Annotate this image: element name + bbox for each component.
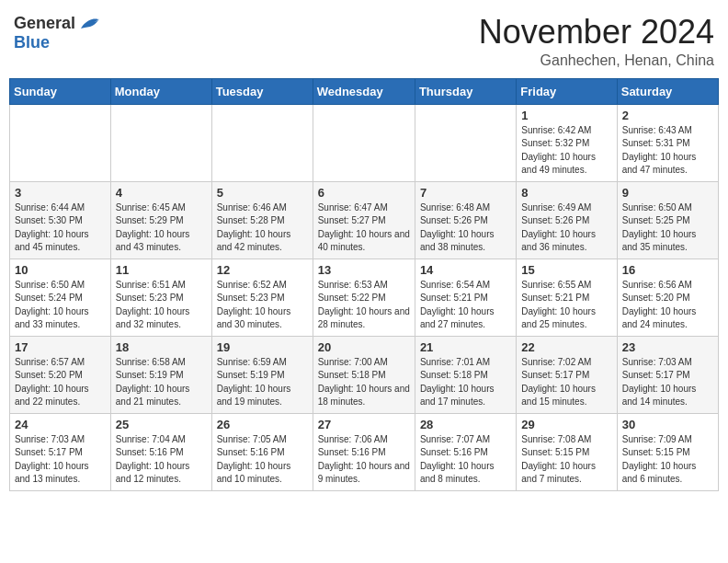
- weekday-header-monday: Monday: [110, 78, 211, 104]
- day-info: Sunrise: 6:46 AMSunset: 5:28 PMDaylight:…: [217, 201, 308, 255]
- calendar-cell: 20Sunrise: 7:00 AMSunset: 5:18 PMDayligh…: [313, 336, 415, 413]
- calendar-cell: [10, 104, 111, 181]
- calendar-cell: 21Sunrise: 7:01 AMSunset: 5:18 PMDayligh…: [415, 336, 516, 413]
- month-title: November 2024: [479, 14, 714, 51]
- day-number: 23: [622, 340, 713, 354]
- calendar-cell: 16Sunrise: 6:56 AMSunset: 5:20 PMDayligh…: [617, 259, 718, 336]
- logo: General Blue: [14, 14, 99, 52]
- day-info: Sunrise: 6:50 AMSunset: 5:24 PMDaylight:…: [15, 279, 106, 332]
- weekday-header-friday: Friday: [517, 78, 617, 104]
- day-number: 2: [622, 109, 713, 122]
- calendar-cell: [313, 104, 415, 181]
- day-info: Sunrise: 7:06 AMSunset: 5:16 PMDaylight:…: [318, 433, 410, 487]
- day-info: Sunrise: 7:09 AMSunset: 5:15 PMDaylight:…: [622, 433, 713, 487]
- day-number: 17: [15, 340, 106, 354]
- day-number: 13: [318, 263, 410, 277]
- calendar-cell: 25Sunrise: 7:04 AMSunset: 5:16 PMDayligh…: [110, 413, 211, 490]
- calendar-cell: 22Sunrise: 7:02 AMSunset: 5:17 PMDayligh…: [517, 336, 617, 413]
- calendar-week-row: 1Sunrise: 6:42 AMSunset: 5:32 PMDaylight…: [10, 104, 719, 181]
- calendar-table: SundayMondayTuesdayWednesdayThursdayFrid…: [9, 78, 719, 491]
- calendar-cell: 9Sunrise: 6:50 AMSunset: 5:25 PMDaylight…: [617, 181, 718, 259]
- calendar-cell: 14Sunrise: 6:54 AMSunset: 5:21 PMDayligh…: [415, 259, 516, 336]
- location-subtitle: Ganhechen, Henan, China: [479, 52, 714, 69]
- calendar-week-row: 10Sunrise: 6:50 AMSunset: 5:24 PMDayligh…: [10, 259, 719, 336]
- calendar-cell: [415, 104, 516, 181]
- calendar-cell: 29Sunrise: 7:08 AMSunset: 5:15 PMDayligh…: [517, 413, 617, 490]
- day-number: 22: [521, 340, 611, 354]
- day-info: Sunrise: 6:53 AMSunset: 5:22 PMDaylight:…: [318, 279, 410, 332]
- day-number: 12: [217, 263, 308, 277]
- day-number: 19: [217, 340, 308, 354]
- calendar-cell: 1Sunrise: 6:42 AMSunset: 5:32 PMDaylight…: [517, 104, 617, 181]
- calendar-cell: 26Sunrise: 7:05 AMSunset: 5:16 PMDayligh…: [211, 413, 313, 490]
- day-info: Sunrise: 7:01 AMSunset: 5:18 PMDaylight:…: [420, 356, 511, 409]
- day-number: 15: [521, 263, 611, 277]
- calendar-cell: 3Sunrise: 6:44 AMSunset: 5:30 PMDaylight…: [10, 181, 111, 259]
- calendar-cell: 10Sunrise: 6:50 AMSunset: 5:24 PMDayligh…: [10, 259, 111, 336]
- weekday-header-tuesday: Tuesday: [211, 78, 313, 104]
- day-number: 1: [521, 109, 611, 122]
- day-number: 8: [521, 186, 611, 200]
- day-number: 21: [420, 340, 511, 354]
- weekday-header-thursday: Thursday: [415, 78, 516, 104]
- calendar-cell: 28Sunrise: 7:07 AMSunset: 5:16 PMDayligh…: [415, 413, 516, 490]
- calendar-cell: 24Sunrise: 7:03 AMSunset: 5:17 PMDayligh…: [10, 413, 111, 490]
- day-info: Sunrise: 6:43 AMSunset: 5:31 PMDaylight:…: [622, 124, 713, 178]
- weekday-header-wednesday: Wednesday: [313, 78, 415, 104]
- day-info: Sunrise: 7:07 AMSunset: 5:16 PMDaylight:…: [420, 433, 511, 487]
- day-number: 9: [622, 186, 713, 200]
- day-info: Sunrise: 6:50 AMSunset: 5:25 PMDaylight:…: [622, 201, 713, 255]
- calendar-cell: 27Sunrise: 7:06 AMSunset: 5:16 PMDayligh…: [313, 413, 415, 490]
- weekday-header-row: SundayMondayTuesdayWednesdayThursdayFrid…: [10, 78, 719, 104]
- day-number: 11: [116, 263, 207, 277]
- day-number: 3: [15, 186, 106, 200]
- day-info: Sunrise: 6:54 AMSunset: 5:21 PMDaylight:…: [420, 279, 511, 332]
- day-info: Sunrise: 7:05 AMSunset: 5:16 PMDaylight:…: [217, 433, 308, 487]
- day-info: Sunrise: 6:57 AMSunset: 5:20 PMDaylight:…: [15, 356, 106, 409]
- calendar-cell: 6Sunrise: 6:47 AMSunset: 5:27 PMDaylight…: [313, 181, 415, 259]
- day-info: Sunrise: 6:55 AMSunset: 5:21 PMDaylight:…: [521, 279, 611, 332]
- day-info: Sunrise: 7:03 AMSunset: 5:17 PMDaylight:…: [15, 433, 106, 487]
- day-number: 27: [318, 418, 410, 431]
- calendar-cell: 4Sunrise: 6:45 AMSunset: 5:29 PMDaylight…: [110, 181, 211, 259]
- calendar-cell: 2Sunrise: 6:43 AMSunset: 5:31 PMDaylight…: [617, 104, 718, 181]
- calendar-cell: 8Sunrise: 6:49 AMSunset: 5:26 PMDaylight…: [517, 181, 617, 259]
- calendar-cell: 30Sunrise: 7:09 AMSunset: 5:15 PMDayligh…: [617, 413, 718, 490]
- day-number: 29: [521, 418, 611, 431]
- calendar-cell: 23Sunrise: 7:03 AMSunset: 5:17 PMDayligh…: [617, 336, 718, 413]
- day-number: 16: [622, 263, 713, 277]
- calendar-week-row: 3Sunrise: 6:44 AMSunset: 5:30 PMDaylight…: [10, 181, 719, 259]
- weekday-header-sunday: Sunday: [10, 78, 111, 104]
- day-info: Sunrise: 6:49 AMSunset: 5:26 PMDaylight:…: [521, 201, 611, 255]
- day-info: Sunrise: 6:48 AMSunset: 5:26 PMDaylight:…: [420, 201, 511, 255]
- logo-bird-icon: [79, 16, 99, 32]
- day-number: 4: [116, 186, 207, 200]
- day-info: Sunrise: 7:03 AMSunset: 5:17 PMDaylight:…: [622, 356, 713, 409]
- day-info: Sunrise: 6:47 AMSunset: 5:27 PMDaylight:…: [318, 201, 410, 255]
- logo-general-text: General: [14, 14, 75, 33]
- day-info: Sunrise: 7:04 AMSunset: 5:16 PMDaylight:…: [116, 433, 207, 487]
- day-info: Sunrise: 7:00 AMSunset: 5:18 PMDaylight:…: [318, 356, 410, 409]
- weekday-header-saturday: Saturday: [617, 78, 718, 104]
- day-info: Sunrise: 6:58 AMSunset: 5:19 PMDaylight:…: [116, 356, 207, 409]
- calendar-cell: 18Sunrise: 6:58 AMSunset: 5:19 PMDayligh…: [110, 336, 211, 413]
- day-number: 24: [15, 418, 106, 431]
- day-info: Sunrise: 6:42 AMSunset: 5:32 PMDaylight:…: [521, 124, 611, 178]
- day-number: 26: [217, 418, 308, 431]
- day-number: 18: [116, 340, 207, 354]
- day-info: Sunrise: 6:59 AMSunset: 5:19 PMDaylight:…: [217, 356, 308, 409]
- day-number: 28: [420, 418, 511, 431]
- day-info: Sunrise: 6:52 AMSunset: 5:23 PMDaylight:…: [217, 279, 308, 332]
- day-number: 14: [420, 263, 511, 277]
- day-info: Sunrise: 6:44 AMSunset: 5:30 PMDaylight:…: [15, 201, 106, 255]
- day-number: 6: [318, 186, 410, 200]
- calendar-week-row: 17Sunrise: 6:57 AMSunset: 5:20 PMDayligh…: [10, 336, 719, 413]
- calendar-cell: 11Sunrise: 6:51 AMSunset: 5:23 PMDayligh…: [110, 259, 211, 336]
- day-info: Sunrise: 7:08 AMSunset: 5:15 PMDaylight:…: [521, 433, 611, 487]
- day-info: Sunrise: 6:51 AMSunset: 5:23 PMDaylight:…: [116, 279, 207, 332]
- page-header: General Blue November 2024 Ganhechen, He…: [9, 9, 719, 69]
- calendar-cell: [211, 104, 313, 181]
- day-number: 20: [318, 340, 410, 354]
- day-info: Sunrise: 7:02 AMSunset: 5:17 PMDaylight:…: [521, 356, 611, 409]
- day-number: 30: [622, 418, 713, 431]
